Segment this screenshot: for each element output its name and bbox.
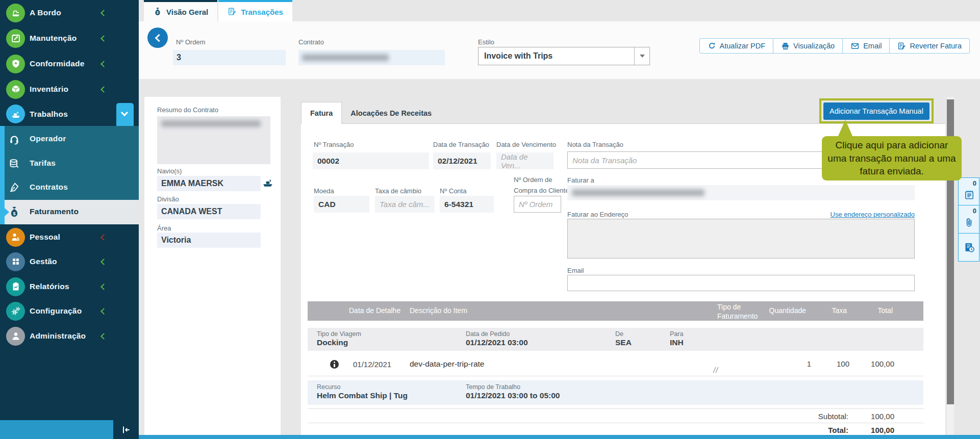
sidebar-item-gestao[interactable]: Gestão: [0, 249, 139, 274]
paperclip-icon: [964, 217, 975, 229]
line-item-row[interactable]: 01/12/2021 dev-data-per-trip-rate 1 100 …: [308, 353, 923, 376]
add-manual-transaction-button[interactable]: Adicionar Transação Manual: [823, 102, 929, 120]
trip-group-row[interactable]: Tipo de Viagem Docking Data de Pedido 01…: [308, 328, 923, 351]
attachments-button[interactable]: 0: [958, 205, 979, 234]
sidebar: A Bordo Manutenção Conformidade Inventár…: [0, 0, 139, 439]
work-time-label: Tempo de Trabalho: [466, 383, 560, 391]
button-label: Email: [863, 42, 882, 50]
sidebar-item-label: Manutenção: [30, 34, 77, 43]
button-label: Reverter Fatura: [910, 42, 962, 50]
document-edit-icon: [897, 42, 906, 50]
sidebar-item-contratos[interactable]: Contratos: [0, 175, 139, 200]
sidebar-item-pessoal[interactable]: $ Pessoal: [0, 225, 139, 249]
sidebar-item-label: Pessoal: [30, 233, 60, 242]
account-number-value: 6-54321: [444, 200, 473, 209]
chevron-left-icon: [100, 234, 107, 241]
due-date-field[interactable]: Data de Ven...: [496, 152, 554, 169]
chevron-left-icon: [100, 333, 107, 340]
contract-summary-box: [157, 116, 270, 164]
chevron-left-icon: [155, 34, 163, 42]
division-label: Divisão: [157, 195, 179, 203]
sidebar-item-tarifas[interactable]: Tarifas: [0, 151, 139, 176]
bill-to-address-textarea[interactable]: [567, 219, 915, 259]
notes-button[interactable]: 0: [958, 177, 979, 205]
info-icon[interactable]: [330, 360, 339, 369]
back-button[interactable]: [147, 28, 168, 48]
chevron-left-icon: [100, 308, 107, 315]
sidebar-item-label: Configuração: [30, 306, 82, 316]
transaction-date-field[interactable]: 02/12/2021: [433, 152, 491, 169]
sidebar-item-manutencao[interactable]: Manutenção: [0, 25, 139, 51]
sidebar-item-relatorios[interactable]: Relatórios: [0, 274, 139, 299]
sidebar-item-label: Tarifas: [30, 159, 56, 168]
select-arrow-button[interactable]: [634, 47, 649, 65]
tab-visao-geral[interactable]: $ Visão Geral: [144, 0, 217, 21]
svg-text:$: $: [17, 237, 19, 242]
envelope-icon: [850, 42, 860, 50]
tab-alocacoes-de-receitas[interactable]: Alocações De Receitas: [342, 102, 440, 124]
trip-type-value: Docking: [317, 338, 361, 347]
headset-icon: [8, 133, 20, 147]
chevron-left-icon: [100, 61, 107, 67]
sidebar-item-administracao[interactable]: Administração: [0, 324, 139, 348]
shield-icon: [6, 55, 25, 73]
history-button[interactable]: [958, 234, 979, 262]
division-name: CANADA WEST: [161, 207, 222, 216]
transaction-note-label: Nota da Transação: [567, 141, 623, 148]
column-item-description: Descrição do Item: [410, 306, 467, 315]
use-custom-address-link[interactable]: Use endereço personalizado: [831, 211, 915, 218]
currency-value: CAD: [318, 200, 336, 209]
person-dollar-icon: $: [6, 228, 25, 247]
sidebar-item-trabalhos[interactable]: Trabalhos: [0, 102, 139, 126]
sidebar-item-faturamento[interactable]: $ Faturamento: [0, 200, 139, 224]
currency-field[interactable]: CAD: [314, 196, 369, 213]
email-input[interactable]: [567, 275, 915, 291]
order-number-value: 3: [177, 53, 181, 62]
button-label: Visualização: [793, 42, 835, 50]
chevron-left-icon: [100, 283, 107, 290]
customer-po-input[interactable]: Nº Ordem: [514, 196, 561, 213]
sidebar-item-operador[interactable]: Operador: [0, 127, 139, 151]
money-bag-icon: $: [153, 7, 162, 16]
sidebar-item-label: Inventário: [30, 85, 68, 94]
printer-icon: [781, 42, 790, 50]
invoice-tabs: Fatura Alocações De Receitas: [301, 102, 440, 124]
style-select[interactable]: Invoice with Trips: [478, 47, 650, 65]
chevron-left-icon: [100, 10, 107, 16]
detail-rate: 100: [814, 359, 849, 368]
collapse-sidebar-button[interactable]: [113, 420, 139, 439]
update-pdf-button[interactable]: Atualizar PDF: [700, 39, 773, 53]
ship-name: EMMA MAERSK: [161, 179, 223, 188]
notes-icon: [964, 189, 975, 200]
sidebar-item-inventario[interactable]: Inventário: [0, 76, 139, 102]
currency-label: Moeda: [314, 187, 334, 195]
sidebar-item-label: Gestão: [30, 257, 57, 266]
invoice-header: Nº Ordem 3 Contrato Estilo Invoice with …: [139, 21, 980, 79]
sidebar-item-label: Trabalhos: [30, 110, 68, 119]
refresh-icon: [708, 42, 716, 50]
sidebar-item-a-bordo[interactable]: A Bordo: [0, 0, 139, 25]
sidebar-item-label: Administração: [30, 331, 86, 341]
column-quantity: Quantidade: [755, 306, 806, 315]
chevron-down-icon: [121, 109, 128, 116]
transaction-date-label: Data de Transação: [433, 141, 489, 148]
tab-transacoes[interactable]: Transações: [218, 0, 292, 21]
email-button[interactable]: Email: [842, 39, 889, 53]
revert-invoice-button[interactable]: Reverter Fatura: [889, 39, 969, 53]
preview-button[interactable]: Visualização: [773, 39, 842, 53]
work-time-pair: Tempo de Trabalho 01/12/2021 03:00 to 05…: [466, 383, 560, 400]
sidebar-item-conformidade[interactable]: Conformidade: [0, 51, 139, 76]
svg-text:$: $: [157, 11, 159, 15]
sidebar-item-configuracao[interactable]: Configuração: [0, 299, 139, 323]
transaction-date-value: 02/12/2021: [438, 157, 478, 166]
exchange-rate-field[interactable]: Taxa de câm...: [375, 196, 435, 213]
detail-quantity: 1: [760, 359, 811, 368]
sidebar-item-label: Contratos: [30, 183, 68, 192]
subtotal-label: Subtotal:: [757, 412, 848, 421]
slashes-icon[interactable]: [712, 367, 719, 373]
notes-count-badge: 0: [973, 179, 976, 187]
account-number-field[interactable]: 6-54321: [440, 196, 494, 213]
tab-fatura[interactable]: Fatura: [301, 102, 342, 124]
transaction-number-field[interactable]: 00002: [313, 152, 429, 169]
contract-label: Contrato: [298, 38, 324, 46]
